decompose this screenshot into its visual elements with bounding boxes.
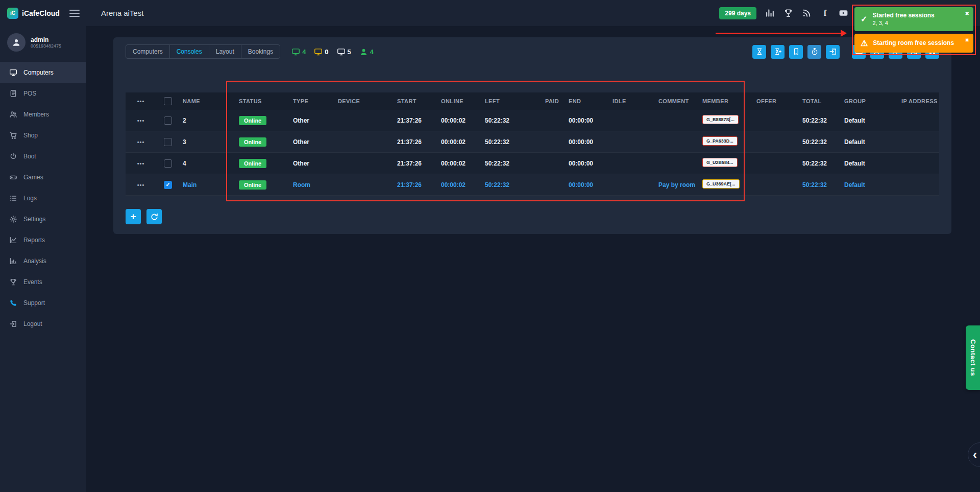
member-chip[interactable]: G_U2B584... (702, 158, 738, 167)
close-icon[interactable]: ✖ (965, 11, 969, 16)
session-timer-button[interactable] (771, 45, 785, 59)
row-checkbox[interactable] (164, 159, 172, 168)
sidebar-item-label: Computers (23, 69, 54, 76)
row-checkbox[interactable] (164, 181, 172, 189)
status-badge: Online (239, 159, 266, 168)
tab-bookings[interactable]: Bookings (241, 44, 280, 59)
row-actions-icon[interactable]: ••• (137, 118, 145, 124)
facebook-icon[interactable]: f (820, 8, 830, 18)
online-members-counter: 4 (359, 48, 374, 56)
col-comment: COMMENT (655, 98, 699, 104)
stopwatch-button[interactable] (807, 45, 821, 59)
tab-layout[interactable]: Layout (209, 44, 241, 59)
cell-total: 50:22:32 (799, 117, 841, 124)
close-icon[interactable]: ✖ (965, 37, 969, 43)
free-session-button[interactable] (752, 45, 766, 59)
sidebar-item-events[interactable]: Events (0, 271, 86, 292)
cell-type: Other (290, 117, 335, 124)
row-actions-icon[interactable]: ••• (137, 160, 145, 167)
col-offer: OFFER (753, 98, 799, 104)
mobile-icon (792, 48, 800, 56)
cell-online: 00:00:02 (438, 160, 482, 167)
sidebar-item-pos[interactable]: POS (0, 83, 86, 104)
col-total: TOTAL (799, 98, 841, 104)
menu-toggle-icon[interactable] (69, 8, 80, 19)
cell-name: 3 (180, 138, 236, 146)
cell-end: 00:00:00 (566, 117, 609, 124)
cell-comment: Pay by room (655, 181, 699, 189)
checkout-session-button[interactable] (826, 45, 840, 59)
sidebar-item-analysis[interactable]: Analysis (0, 250, 86, 271)
col-name: NAME (180, 98, 236, 104)
sidebar-item-logs[interactable]: Logs (0, 188, 86, 208)
col-group: GROUP (841, 98, 898, 104)
header-actions-icon[interactable]: ••• (137, 98, 145, 104)
add-console-button[interactable]: + (126, 209, 141, 224)
sidebar-item-support[interactable]: Support (0, 292, 86, 313)
youtube-icon[interactable] (839, 8, 848, 18)
consoles-table: ••• NAME STATUS TYPE DEVICE START ONLINE… (126, 92, 939, 196)
table-row-main: ••• Main Online Room 21:37:26 00:00:02 5… (126, 174, 939, 196)
select-all-checkbox[interactable] (164, 97, 172, 105)
gear-icon (9, 215, 17, 223)
member-chip[interactable]: G_U369AE[... (702, 179, 740, 189)
logout-icon (9, 320, 17, 328)
app-logo: iCafeCloud (22, 9, 69, 17)
sidebar-item-computers[interactable]: Computers (0, 62, 86, 83)
sidebar-item-logout[interactable]: Logout (0, 313, 86, 334)
refresh-button[interactable] (146, 209, 162, 224)
tab-computers[interactable]: Computers (126, 44, 170, 59)
status-badge: Online (239, 180, 266, 190)
hourglass-add-icon (774, 48, 782, 56)
sidebar-item-settings[interactable]: Settings (0, 208, 86, 229)
cell-start: 21:37:26 (394, 117, 438, 124)
user-name: admin (31, 36, 61, 43)
sidebar-item-shop[interactable]: Shop (0, 125, 86, 146)
row-actions-icon[interactable]: ••• (137, 182, 145, 188)
member-chip[interactable]: G_B8887S[... (702, 115, 739, 124)
toast-success: ✓ Started free sessions 2, 3, 4 ✖ (854, 7, 973, 31)
row-checkbox[interactable] (164, 116, 172, 125)
table-row: ••• 2 Online Other 21:37:26 00:00:02 50:… (126, 110, 939, 131)
mobile-button[interactable] (789, 45, 803, 59)
trophy-icon[interactable] (783, 8, 793, 18)
cell-end: 00:00:00 (566, 181, 609, 189)
user-block[interactable]: admin 005193482475 (0, 26, 86, 58)
cell-total: 50:22:32 (799, 181, 841, 189)
status-badge: Online (239, 137, 266, 147)
sidebar-item-label: POS (23, 90, 36, 97)
list-icon (9, 194, 17, 202)
stopwatch-icon (811, 48, 819, 56)
sidebar-item-label: Support (23, 299, 45, 307)
user-id: 005193482475 (31, 43, 61, 49)
license-days-badge[interactable]: 299 days (719, 7, 756, 19)
rss-icon[interactable] (802, 8, 812, 18)
row-actions-icon[interactable]: ••• (137, 139, 145, 145)
cart-icon (9, 131, 17, 139)
stats-icon[interactable] (765, 8, 775, 18)
member-chip[interactable]: G_PA633D... (702, 136, 738, 146)
toast-message: 2, 3, 4 (872, 19, 934, 27)
toast-warning: ⚠ Starting room free sessions ✖ (854, 34, 973, 53)
col-member: MEMBER (699, 98, 753, 104)
table-header-row: ••• NAME STATUS TYPE DEVICE START ONLINE… (126, 92, 939, 110)
main-area: Arena aiTest 299 days f Computers (86, 0, 980, 492)
contact-us-tab[interactable]: Contact us (966, 325, 980, 390)
sidebar-item-label: Settings (23, 216, 45, 223)
tab-consoles[interactable]: Consoles (169, 44, 209, 59)
phone-icon (9, 299, 17, 307)
row-checkbox[interactable] (164, 138, 172, 146)
member-online-icon (359, 48, 368, 56)
sidebar-item-reports[interactable]: Reports (0, 229, 86, 250)
sidebar-item-members[interactable]: Members (0, 104, 86, 125)
consoles-panel: Computers Consoles Layout Bookings 4 0 5 (113, 37, 951, 234)
sidebar-item-boot[interactable]: Boot (0, 146, 86, 167)
sidebar-item-label: Members (23, 111, 49, 118)
sidebar-item-games[interactable]: Games (0, 167, 86, 188)
total-pcs-counter: 5 (337, 48, 351, 56)
sidebar-item-label: Logout (23, 320, 42, 327)
cell-type: Other (290, 138, 335, 146)
status-badge: Online (239, 116, 266, 125)
avatar[interactable] (7, 33, 26, 52)
hourglass-icon (755, 48, 764, 56)
